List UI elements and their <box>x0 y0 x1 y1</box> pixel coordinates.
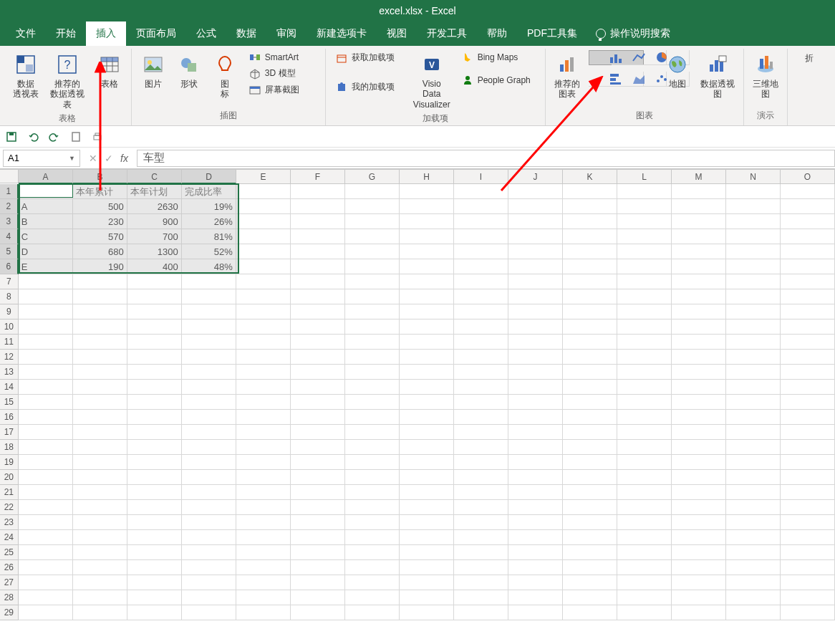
cell[interactable] <box>19 289 73 304</box>
cell[interactable] <box>563 199 617 214</box>
cell[interactable] <box>454 380 508 395</box>
screenshot-button[interactable]: 屏幕截图 <box>246 82 318 97</box>
cell[interactable] <box>508 545 563 560</box>
cell[interactable] <box>563 304 617 319</box>
cell[interactable] <box>236 530 291 545</box>
cell[interactable] <box>19 365 73 380</box>
cell[interactable] <box>563 274 617 289</box>
cell[interactable] <box>508 605 563 620</box>
cell[interactable]: 230 <box>73 214 127 229</box>
cell[interactable] <box>454 229 508 244</box>
cell[interactable] <box>454 455 508 470</box>
cell[interactable] <box>19 410 73 425</box>
cell[interactable] <box>236 365 291 380</box>
cell[interactable] <box>73 319 127 335</box>
cell[interactable] <box>73 545 127 560</box>
cell[interactable] <box>73 515 127 530</box>
cell[interactable] <box>236 319 291 335</box>
cell[interactable] <box>508 410 563 425</box>
cell[interactable] <box>400 530 454 545</box>
cell[interactable] <box>508 184 563 199</box>
cell[interactable] <box>454 590 508 605</box>
maps-button[interactable]: 地图 <box>663 50 692 92</box>
cancel-formula-button[interactable]: ✕ <box>89 153 97 164</box>
cell[interactable] <box>127 485 182 500</box>
row-header[interactable]: 7 <box>0 274 19 289</box>
cell[interactable] <box>454 410 508 425</box>
cell[interactable] <box>781 530 835 545</box>
cell[interactable] <box>508 425 563 440</box>
tab-file[interactable]: 文件 <box>6 21 46 46</box>
cell[interactable] <box>617 335 672 350</box>
cell[interactable] <box>291 530 345 545</box>
cell[interactable] <box>781 545 835 560</box>
undo-button[interactable] <box>27 131 39 143</box>
cell[interactable] <box>617 214 672 229</box>
cell[interactable] <box>454 304 508 319</box>
cell[interactable] <box>182 410 236 425</box>
cell[interactable] <box>127 455 182 470</box>
cell[interactable] <box>454 575 508 590</box>
cell[interactable] <box>617 395 672 410</box>
cell[interactable] <box>345 575 400 590</box>
cell[interactable] <box>617 274 672 289</box>
cell[interactable] <box>236 560 291 575</box>
cell[interactable] <box>236 515 291 530</box>
row-header[interactable]: 22 <box>0 500 19 515</box>
cell[interactable] <box>400 515 454 530</box>
fx-icon[interactable]: fx <box>120 153 128 164</box>
cell[interactable] <box>781 304 835 319</box>
tab-formulas[interactable]: 公式 <box>186 21 226 46</box>
cell[interactable] <box>73 530 127 545</box>
cell[interactable] <box>454 350 508 365</box>
cell[interactable] <box>291 485 345 500</box>
cell[interactable] <box>236 470 291 485</box>
cell[interactable]: E <box>19 259 73 274</box>
cell[interactable]: A <box>19 199 73 214</box>
cell[interactable] <box>726 425 781 440</box>
cell[interactable] <box>73 560 127 575</box>
column-header[interactable]: E <box>236 170 291 184</box>
cell[interactable] <box>454 485 508 500</box>
cell[interactable] <box>400 274 454 289</box>
cell[interactable] <box>400 500 454 515</box>
cell[interactable] <box>19 500 73 515</box>
cell[interactable] <box>345 425 400 440</box>
cell[interactable] <box>400 229 454 244</box>
cell[interactable] <box>672 455 726 470</box>
cell[interactable] <box>617 590 672 605</box>
cell[interactable] <box>345 365 400 380</box>
row-header[interactable]: 9 <box>0 304 19 319</box>
cell[interactable] <box>19 590 73 605</box>
cell[interactable] <box>182 485 236 500</box>
cell[interactable] <box>291 455 345 470</box>
spreadsheet[interactable]: ABCDEFGHIJKLMNO 1车型本年累计本年计划完成比率2A5002630… <box>0 169 835 620</box>
cell[interactable] <box>400 304 454 319</box>
cell[interactable] <box>236 575 291 590</box>
cell[interactable] <box>672 500 726 515</box>
row-header[interactable]: 24 <box>0 530 19 545</box>
cell[interactable] <box>182 289 236 304</box>
cell[interactable] <box>617 440 672 455</box>
cell[interactable] <box>726 530 781 545</box>
cell[interactable] <box>236 199 291 214</box>
cell[interactable] <box>672 289 726 304</box>
cell[interactable] <box>617 229 672 244</box>
cell[interactable] <box>508 470 563 485</box>
cell[interactable] <box>508 530 563 545</box>
quick-print-button[interactable] <box>92 131 103 143</box>
cell[interactable] <box>672 605 726 620</box>
cell[interactable] <box>726 515 781 530</box>
cell[interactable] <box>182 455 236 470</box>
cell[interactable] <box>236 380 291 395</box>
cell[interactable] <box>345 214 400 229</box>
cell[interactable] <box>454 425 508 440</box>
cell[interactable] <box>291 590 345 605</box>
cell[interactable] <box>345 259 400 274</box>
cell[interactable] <box>400 455 454 470</box>
row-header[interactable]: 28 <box>0 590 19 605</box>
cell[interactable] <box>345 274 400 289</box>
cell[interactable] <box>345 184 400 199</box>
redo-button[interactable] <box>49 131 60 143</box>
row-header[interactable]: 25 <box>0 545 19 560</box>
